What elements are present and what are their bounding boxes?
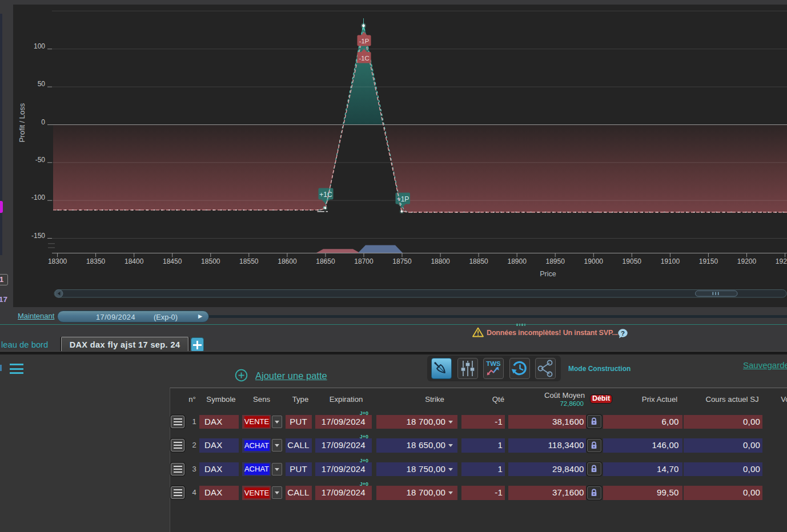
- svg-text:TWS: TWS: [486, 360, 501, 367]
- svg-text:18500: 18500: [201, 257, 220, 265]
- svg-text:-1C: -1C: [359, 55, 369, 62]
- svg-text:18800: 18800: [431, 257, 450, 265]
- svg-text:19000: 19000: [584, 257, 604, 265]
- svg-text:-100: -100: [31, 194, 45, 201]
- svg-text:18400: 18400: [125, 257, 144, 265]
- svg-text:19100: 19100: [661, 257, 680, 265]
- svg-text:-1P: -1P: [359, 38, 370, 45]
- svg-text:?: ?: [621, 329, 625, 336]
- svg-text:Price: Price: [540, 270, 556, 278]
- svg-text:18900: 18900: [508, 257, 527, 265]
- svg-text:100: 100: [34, 42, 45, 50]
- svg-text:-50: -50: [35, 156, 46, 164]
- svg-text:18700: 18700: [354, 257, 374, 265]
- svg-text:18650: 18650: [316, 257, 335, 265]
- svg-text:18350: 18350: [86, 257, 106, 265]
- svg-text:18600: 18600: [278, 257, 297, 265]
- svg-text:18750: 18750: [392, 257, 412, 265]
- svg-text:18550: 18550: [239, 257, 259, 265]
- svg-text:18850: 18850: [469, 257, 488, 265]
- svg-text:50: 50: [38, 80, 46, 88]
- svg-text:19250: 19250: [776, 257, 787, 265]
- svg-text:18950: 18950: [546, 257, 565, 265]
- svg-text:19050: 19050: [623, 257, 642, 265]
- svg-text:Profit / Loss: Profit / Loss: [18, 103, 26, 142]
- svg-text:18450: 18450: [163, 257, 182, 265]
- svg-text:19150: 19150: [699, 257, 718, 265]
- svg-text:0: 0: [41, 118, 45, 126]
- svg-text:+1C: +1C: [319, 191, 332, 199]
- svg-text:18300: 18300: [48, 257, 67, 265]
- svg-text:19200: 19200: [737, 257, 757, 265]
- svg-text:-150: -150: [31, 232, 45, 240]
